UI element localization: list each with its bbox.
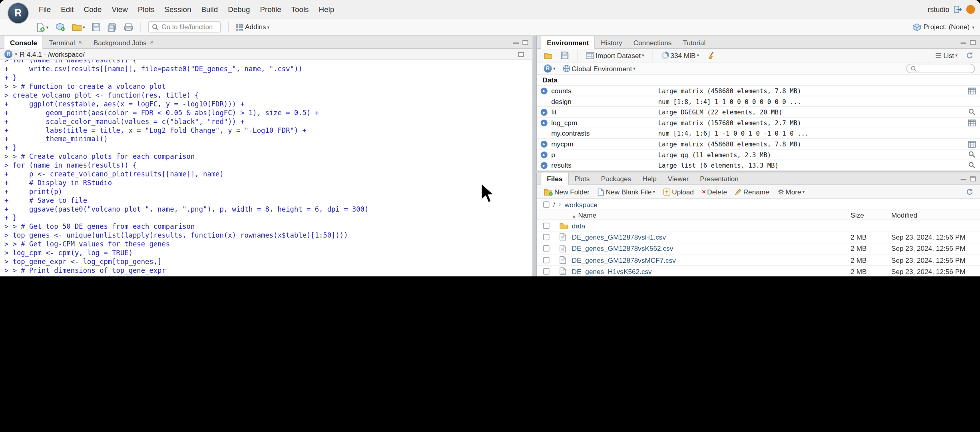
refresh-files-button[interactable] <box>964 187 975 197</box>
goto-file-search[interactable] <box>148 21 221 32</box>
environment-view-mode-button[interactable]: List ▾ <box>933 50 959 60</box>
tab-files[interactable]: Files <box>541 173 569 185</box>
tab-history[interactable]: History <box>595 36 628 48</box>
inspect-icon[interactable] <box>964 161 980 169</box>
minimize-pane-icon[interactable] <box>961 41 966 44</box>
column-header-modified[interactable]: Modified <box>891 211 980 219</box>
menu-view[interactable]: View <box>107 0 133 19</box>
file-name[interactable]: DE_genes_GM12878vsK562.csv <box>572 245 851 252</box>
env-object-my-contrasts[interactable]: my.contrastsnum [1:4, 1:6] 1 -1 0 0 1 0 … <box>537 128 980 139</box>
env-object-results[interactable]: ▸resultsLarge list (6 elements, 13.3 MB) <box>537 160 980 171</box>
file-name[interactable]: data <box>572 222 851 230</box>
inspect-icon[interactable] <box>964 108 980 116</box>
maximize-pane-icon[interactable] <box>970 176 976 181</box>
breadcrumb-root[interactable]: / <box>553 200 555 208</box>
sign-out-icon[interactable] <box>954 6 962 13</box>
rename-button[interactable]: Rename <box>733 187 771 197</box>
column-header-size[interactable]: Size <box>851 211 891 219</box>
tab-background-jobs[interactable]: Background Jobs× <box>88 36 159 48</box>
table-view-icon[interactable] <box>964 87 980 94</box>
menu-debug[interactable]: Debug <box>223 0 255 19</box>
file-checkbox[interactable] <box>543 257 550 263</box>
new-file-button[interactable]: ▾ <box>34 21 50 33</box>
expand-icon[interactable]: ▸ <box>541 140 548 147</box>
load-workspace-button[interactable] <box>542 50 554 60</box>
refresh-environment-button[interactable] <box>964 50 975 60</box>
menu-code[interactable]: Code <box>79 0 107 19</box>
maximize-pane-icon[interactable] <box>970 40 976 45</box>
close-icon[interactable]: × <box>149 39 153 46</box>
tab-console[interactable]: Console <box>4 36 43 49</box>
menu-edit[interactable]: Edit <box>56 0 79 19</box>
menu-file[interactable]: File <box>34 0 56 19</box>
language-selector[interactable]: R ▾ <box>542 63 557 74</box>
menu-session[interactable]: Session <box>159 0 196 19</box>
menu-plots[interactable]: Plots <box>133 0 159 19</box>
env-object-design[interactable]: designnum [1:8, 1:4] 1 1 0 0 0 0 0 0 0 0… <box>537 96 980 107</box>
table-view-icon[interactable] <box>964 119 980 126</box>
environment-scope-selector[interactable]: Global Environment ▾ <box>560 63 637 74</box>
show-in-new-window-icon[interactable] <box>518 52 524 57</box>
avatar[interactable] <box>966 5 975 14</box>
save-all-button[interactable] <box>106 21 119 33</box>
tab-connections[interactable]: Connections <box>628 36 677 48</box>
expand-icon[interactable]: ▸ <box>541 108 548 115</box>
select-all-checkbox[interactable] <box>543 201 550 208</box>
console-output[interactable]: > for (name in names(results)) {+ write.… <box>0 60 532 276</box>
env-object-log-cpm[interactable]: ▸log_cpmLarge matrix (157680 elements, 2… <box>537 118 980 128</box>
file-name[interactable]: DE_genes_GM12878vsH1.csv <box>572 233 851 241</box>
minimize-pane-icon[interactable] <box>961 177 966 180</box>
new-project-button[interactable] <box>54 21 67 32</box>
more-button[interactable]: More ▾ <box>775 187 807 197</box>
save-button[interactable] <box>90 21 102 32</box>
file-name[interactable]: DE_genes_H1vsK562.csv <box>572 268 851 275</box>
file-checkbox[interactable] <box>543 245 550 252</box>
tab-packages[interactable]: Packages <box>596 173 637 185</box>
goto-file-input[interactable] <box>160 22 217 31</box>
table-view-icon[interactable] <box>964 140 980 147</box>
tab-plots[interactable]: Plots <box>569 173 595 185</box>
clear-objects-button[interactable] <box>705 50 717 61</box>
breadcrumb-folder[interactable]: workspace <box>565 200 598 208</box>
file-name[interactable]: DE_genes_GM12878vsMCF7.csv <box>572 256 851 264</box>
environment-search-input[interactable] <box>918 64 970 72</box>
menu-profile[interactable]: Profile <box>255 0 286 19</box>
file-checkbox[interactable] <box>543 268 550 275</box>
addins-button[interactable]: Addins ▾ <box>234 22 271 32</box>
tab-viewer[interactable]: Viewer <box>662 173 694 185</box>
env-object-p[interactable]: ▸pLarge gg (11 elements, 2.3 MB) <box>537 150 980 160</box>
import-dataset-button[interactable]: Import Dataset ▾ <box>584 50 646 60</box>
tab-help[interactable]: Help <box>637 173 662 185</box>
tab-presentation[interactable]: Presentation <box>694 173 744 185</box>
upload-button[interactable]: Upload <box>661 187 696 197</box>
file-checkbox[interactable] <box>543 222 550 229</box>
expand-icon[interactable]: ▸ <box>541 162 548 168</box>
open-file-button[interactable]: ▾ <box>70 22 87 32</box>
memory-usage-indicator[interactable]: 334 MiB ▾ <box>659 50 701 61</box>
tab-tutorial[interactable]: Tutorial <box>677 36 711 48</box>
save-workspace-button[interactable] <box>559 50 571 61</box>
expand-icon[interactable]: ▸ <box>541 119 548 126</box>
expand-icon[interactable]: ▸ <box>541 87 548 94</box>
print-button[interactable] <box>122 22 135 32</box>
env-object-fit[interactable]: ▸fitLarge DGEGLM (22 elements, 20 MB) <box>537 107 980 118</box>
environment-search[interactable] <box>906 64 975 73</box>
column-header-name[interactable]: ▲Name <box>572 211 851 219</box>
menu-build[interactable]: Build <box>196 0 223 19</box>
inspect-icon[interactable] <box>964 151 980 158</box>
new-blank-file-button[interactable]: New Blank File ▾ <box>596 187 657 197</box>
menu-help[interactable]: Help <box>314 0 339 19</box>
minimize-pane-icon[interactable] <box>513 41 519 44</box>
env-object-mycpm[interactable]: ▸mycpmLarge matrix (458680 elements, 7.8… <box>537 139 980 150</box>
maximize-pane-icon[interactable] <box>522 40 528 45</box>
tab-environment[interactable]: Environment <box>541 36 595 49</box>
tab-terminal[interactable]: Terminal× <box>44 36 88 48</box>
close-icon[interactable]: × <box>78 39 82 46</box>
menu-tools[interactable]: Tools <box>286 0 314 19</box>
file-checkbox[interactable] <box>543 234 550 240</box>
env-object-counts[interactable]: ▸countsLarge matrix (458680 elements, 7.… <box>537 86 980 96</box>
project-menu-button[interactable]: Project: (None) ▾ <box>912 23 980 31</box>
expand-icon[interactable]: ▸ <box>541 151 548 158</box>
delete-button[interactable]: × Delete <box>700 187 729 197</box>
chevron-down-icon[interactable]: ▾ <box>15 52 17 56</box>
